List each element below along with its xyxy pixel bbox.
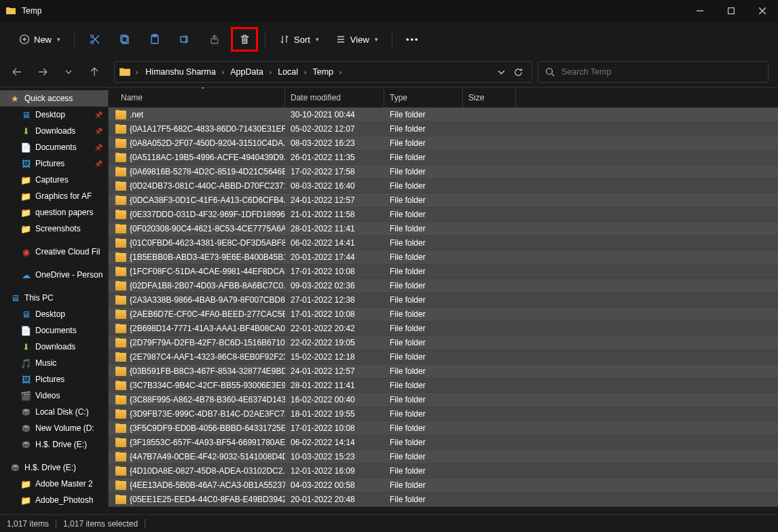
sidebar-item[interactable]: 🎵Music: [0, 355, 108, 371]
sidebar-item[interactable]: 🎬Videos: [0, 387, 108, 404]
sidebar-item[interactable]: ⛃H.$. Drive (E:): [0, 436, 108, 453]
folder-icon: [115, 225, 126, 233]
sidebar-item[interactable]: 📁question papers: [0, 204, 108, 221]
sidebar-item[interactable]: 📁Graphics for AF: [0, 188, 108, 204]
list-icon: [335, 34, 346, 45]
recent-locations-button[interactable]: [61, 64, 76, 79]
back-button[interactable]: [10, 64, 24, 79]
rename-button[interactable]: [171, 27, 198, 52]
table-row[interactable]: {05EE1E25-EED4-44C0-8FAB-E49BD39420...20…: [109, 493, 778, 507]
table-row[interactable]: {02DFA1B8-2B07-4D03-AFBB-8A6BC7C0...09-0…: [109, 279, 778, 293]
more-button[interactable]: •••: [399, 27, 426, 52]
sidebar-item[interactable]: 📄Documents: [0, 322, 108, 339]
minimize-button[interactable]: [684, 0, 716, 22]
table-row[interactable]: {3C88F995-A862-4B78-B360-4E6374D143...16…: [109, 393, 778, 407]
sidebar-item[interactable]: 📁Adobe Master 2: [0, 476, 108, 492]
sidebar-item[interactable]: ⬇Downloads📌: [0, 123, 108, 139]
table-row[interactable]: {2D79F79A-D2FB-42F7-BC6D-1516B6710...22-…: [109, 336, 778, 350]
sidebar-item[interactable]: ⬇Downloads: [0, 339, 108, 355]
sidebar-item[interactable]: 📄Documents📌: [0, 139, 108, 155]
sidebar-item[interactable]: 📁Adobe_Photosh: [0, 492, 108, 508]
refresh-icon[interactable]: [513, 67, 523, 77]
sidebar-item[interactable]: ⛃New Volume (D:: [0, 420, 108, 436]
sidebar-onedrive[interactable]: ☁ OneDrive - Person: [0, 267, 108, 283]
file-type: File folder: [384, 423, 463, 433]
table-row[interactable]: {4EE13AD6-5B0B-46A7-ACA3-0B1A55237...04-…: [109, 478, 778, 493]
folder-icon: [115, 481, 126, 490]
up-button[interactable]: [87, 64, 102, 79]
column-header-date[interactable]: Date modified: [285, 88, 384, 107]
breadcrumb-segment[interactable]: Temp: [310, 67, 336, 77]
forward-button[interactable]: [35, 64, 50, 79]
table-row[interactable]: {2E7987C4-AAF1-4323-86C8-8EB0F92F23...15…: [109, 350, 778, 364]
table-row[interactable]: {1FCF08FC-51DA-4CAE-9981-44EF8DCA5...17-…: [109, 265, 778, 279]
folder-icon: [115, 125, 126, 134]
breadcrumb-segment[interactable]: Himanshu Sharma: [143, 67, 219, 77]
table-row[interactable]: {2AEB6D7E-CF0C-4FA0-BEED-277CAC5E3...17-…: [109, 307, 778, 322]
sort-button[interactable]: Sort ▾: [272, 27, 326, 52]
table-row[interactable]: {01C0FBD6-4623-4381-9E8C-DF3D5ABF8...06-…: [109, 236, 778, 250]
search-box[interactable]: [538, 61, 768, 83]
table-row[interactable]: {3F5C9DF9-ED0B-4056-BBBD-64331725E5...17…: [109, 421, 778, 436]
folder-icon: [119, 66, 131, 78]
column-header-type[interactable]: Type: [384, 88, 463, 107]
table-row[interactable]: {3D9FB73E-999C-4DB7-B14C-D2AE3FC7A...18-…: [109, 407, 778, 421]
sidebar-item[interactable]: 📁Captures: [0, 172, 108, 188]
disk-icon: ⛃: [20, 406, 31, 417]
table-row[interactable]: {0F020308-90C4-4621-8C53-4CE7775A6A...28…: [109, 222, 778, 236]
cut-button[interactable]: [81, 27, 109, 52]
table-row[interactable]: {1B5EBB0B-ABD3-4E73-9E6E-B400B45B1...20-…: [109, 250, 778, 265]
delete-button[interactable]: [231, 27, 258, 52]
copy-button[interactable]: [111, 27, 138, 52]
table-row[interactable]: {0A8A052D-2F07-450D-9204-31510C4DA...08-…: [109, 136, 778, 151]
maximize-button[interactable]: [716, 0, 747, 22]
table-row[interactable]: {0E337DDD-031D-4F32-969F-1DFD189964...21…: [109, 208, 778, 222]
table-row[interactable]: {0A5118AC-19B5-4996-ACFE-4940439D9...26-…: [109, 151, 778, 165]
table-row[interactable]: {2B698D14-7771-41A3-AAA1-BF4B08CA0...22-…: [109, 322, 778, 336]
sidebar: ★ Quick access 🖥Desktop📌⬇Downloads📌📄Docu…: [0, 88, 109, 514]
file-date: 22-02-2022 19:05: [285, 338, 384, 347]
table-row[interactable]: {4D10DA8E-0827-45D8-ADEA-03102DC2...12-0…: [109, 464, 778, 478]
sidebar-item[interactable]: 🖥Desktop📌: [0, 107, 108, 123]
sidebar-item[interactable]: ⛃Local Disk (C:): [0, 404, 108, 420]
view-button[interactable]: View ▾: [329, 27, 385, 52]
sidebar-this-pc[interactable]: 🖥 This PC: [0, 290, 108, 306]
table-row[interactable]: {03B591FB-B8C3-467F-8534-328774E9BD...24…: [109, 364, 778, 379]
column-header-size[interactable]: Size: [463, 88, 516, 107]
table-row[interactable]: {4A7B7A49-0CBE-4F42-9032-5141008D4D...10…: [109, 450, 778, 464]
sidebar-item[interactable]: 📁Screenshots: [0, 221, 108, 237]
sidebar-hs-drive[interactable]: ⛃ H.$. Drive (E:): [0, 459, 108, 476]
table-row[interactable]: {0A1A17F5-682C-4833-86D0-71430E31EF...05…: [109, 122, 778, 136]
table-row[interactable]: {0A69816B-5278-4D2C-8519-4D21C5646B...17…: [109, 165, 778, 179]
address-bar[interactable]: › Himanshu Sharma›AppData›Local›Temp›: [114, 61, 532, 83]
column-header-name[interactable]: Name⌃: [115, 88, 285, 107]
file-name: {0D24DB73-081C-440C-ABBD-D70FC2371...: [130, 181, 285, 191]
sidebar-item[interactable]: 🖥Desktop: [0, 306, 108, 322]
search-input[interactable]: [561, 67, 761, 77]
file-date: 17-01-2022 10:08: [285, 267, 384, 276]
file-list[interactable]: .net30-10-2021 00:44File folder{0A1A17F5…: [109, 108, 778, 514]
new-button[interactable]: New ▾: [12, 27, 67, 52]
chevron-down-icon[interactable]: [498, 69, 505, 76]
table-row[interactable]: .net30-10-2021 00:44File folder: [109, 108, 778, 122]
folder-icon: [115, 424, 126, 433]
file-date: 28-01-2022 11:41: [285, 381, 384, 390]
folder-icon: 📁: [20, 174, 31, 185]
table-row[interactable]: {3C7B334C-9B4C-42CF-BB55-93006E3E9...28-…: [109, 379, 778, 393]
file-date: 24-01-2022 12:57: [285, 195, 384, 205]
sidebar-item[interactable]: 🖼Pictures: [0, 371, 108, 387]
breadcrumb-segment[interactable]: AppData: [227, 67, 266, 77]
file-date: 09-03-2022 02:36: [285, 281, 384, 290]
close-button[interactable]: [747, 0, 778, 22]
table-row[interactable]: {0DCA38F3-0D1C-41F6-A413-C6D6CFB4...24-0…: [109, 193, 778, 208]
sidebar-item[interactable]: 🖼Pictures📌: [0, 155, 108, 172]
paste-button[interactable]: [141, 27, 168, 52]
sidebar-quick-access[interactable]: ★ Quick access: [0, 90, 108, 107]
sidebar-creative-cloud[interactable]: ◉ Creative Cloud Fil: [0, 244, 108, 260]
breadcrumb-segment[interactable]: Local: [275, 67, 301, 77]
sidebar-label: Videos: [35, 391, 60, 400]
table-row[interactable]: {2A3A338B-9866-4BAB-9A79-8F007CBD8...27-…: [109, 293, 778, 307]
table-row[interactable]: {0D24DB73-081C-440C-ABBD-D70FC2371...08-…: [109, 179, 778, 193]
share-button[interactable]: [201, 27, 228, 52]
table-row[interactable]: {3F18553C-657F-4A93-BF54-66991780AE6...0…: [109, 436, 778, 450]
